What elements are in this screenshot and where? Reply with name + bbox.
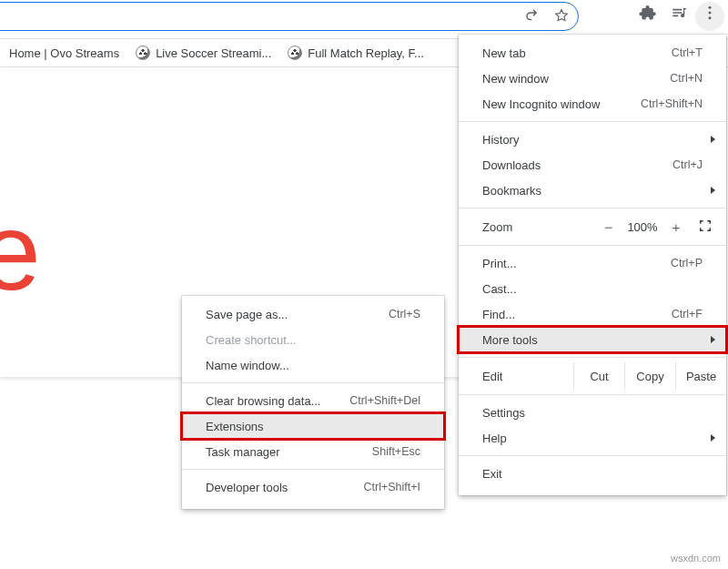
- menu-more-tools[interactable]: More tools: [459, 327, 726, 352]
- menu-exit[interactable]: Exit: [459, 461, 726, 486]
- menu-edit-row: Edit Cut Copy Paste: [459, 362, 726, 390]
- bookmark-item[interactable]: Home | Ovo Streams: [9, 46, 119, 60]
- submenu-extensions[interactable]: Extensions: [182, 413, 444, 439]
- submenu-developer-tools[interactable]: Developer tools Ctrl+Shift+I: [182, 474, 444, 500]
- submenu-clear-browsing-data[interactable]: Clear browsing data... Ctrl+Shift+Del: [182, 388, 444, 413]
- menu-label: New window: [482, 72, 670, 86]
- bookmark-label: Full Match Replay, F...: [308, 46, 424, 60]
- submenu-arrow-icon: [711, 434, 715, 442]
- bookmark-label: Home | Ovo Streams: [9, 46, 119, 60]
- submenu-arrow-icon: [711, 187, 715, 194]
- menu-label: Name window...: [206, 359, 420, 372]
- svg-text:e: e: [0, 200, 36, 312]
- menu-print[interactable]: Print... Ctrl+P: [459, 250, 726, 276]
- menu-new-window[interactable]: New window Ctrl+N: [459, 66, 726, 91]
- svg-point-2: [709, 16, 712, 19]
- copy-button[interactable]: Copy: [624, 362, 675, 390]
- edit-label: Edit: [459, 362, 573, 390]
- menu-shortcut: Ctrl+T: [672, 46, 703, 59]
- menu-separator: [459, 208, 726, 208]
- zoom-label: Zoom: [482, 220, 595, 234]
- submenu-name-window[interactable]: Name window...: [182, 352, 444, 378]
- menu-shortcut: Ctrl+S: [389, 308, 420, 320]
- menu-label: Exit: [482, 467, 703, 481]
- more-tools-submenu: Save page as... Ctrl+S Create shortcut..…: [182, 296, 444, 509]
- menu-separator: [459, 121, 726, 122]
- menu-label: Developer tools: [206, 481, 363, 494]
- menu-shortcut: Ctrl+Shift+N: [641, 97, 703, 110]
- menu-label: Cast...: [482, 282, 703, 296]
- svg-point-1: [709, 12, 712, 15]
- menu-shortcut: Ctrl+F: [672, 308, 703, 320]
- menu-shortcut: Ctrl+Shift+I: [363, 481, 420, 493]
- submenu-arrow-icon: [711, 336, 715, 343]
- submenu-save-page[interactable]: Save page as... Ctrl+S: [182, 301, 444, 327]
- submenu-arrow-icon: [711, 136, 715, 143]
- bookmark-item[interactable]: Full Match Replay, F...: [288, 46, 424, 60]
- media-control-icon[interactable]: [670, 4, 688, 22]
- menu-label: Find...: [482, 308, 672, 321]
- menu-find[interactable]: Find... Ctrl+F: [459, 301, 726, 327]
- menu-downloads[interactable]: Downloads Ctrl+J: [459, 152, 726, 178]
- soccer-icon: [288, 46, 302, 60]
- menu-shortcut: Shift+Esc: [372, 445, 420, 458]
- menu-new-tab[interactable]: New tab Ctrl+T: [459, 40, 726, 66]
- menu-label: Settings: [482, 406, 703, 420]
- soccer-icon: [136, 46, 150, 60]
- menu-label: Help: [482, 432, 703, 445]
- menu-label: More tools: [482, 333, 703, 347]
- menu-shortcut: Ctrl+P: [671, 257, 703, 269]
- menu-label: Extensions: [206, 420, 420, 433]
- menu-zoom-row: Zoom − 100% +: [459, 213, 726, 240]
- menu-label: Save page as...: [206, 308, 389, 321]
- menu-shortcut: Ctrl+N: [670, 72, 703, 85]
- omnibox[interactable]: [0, 2, 579, 31]
- watermark: wsxdn.com: [671, 553, 721, 564]
- share-icon[interactable]: [523, 6, 541, 25]
- submenu-task-manager[interactable]: Task manager Shift+Esc: [182, 439, 444, 464]
- menu-new-incognito[interactable]: New Incognito window Ctrl+Shift+N: [459, 91, 726, 117]
- menu-label: Downloads: [482, 158, 672, 172]
- menu-shortcut: Ctrl+Shift+Del: [349, 394, 420, 407]
- menu-separator: [459, 245, 726, 246]
- menu-separator: [182, 469, 444, 470]
- bookmark-item[interactable]: Live Soccer Streami...: [136, 46, 271, 60]
- menu-label: Bookmarks: [482, 184, 703, 198]
- kebab-menu-icon[interactable]: [701, 4, 719, 22]
- cut-button[interactable]: Cut: [573, 362, 624, 390]
- bookmark-label: Live Soccer Streami...: [156, 46, 271, 60]
- menu-help[interactable]: Help: [459, 425, 726, 451]
- menu-label: Task manager: [206, 445, 372, 459]
- menu-shortcut: Ctrl+J: [672, 158, 703, 171]
- menu-label: New tab: [482, 46, 672, 60]
- google-logo-fragment: g l e: [0, 200, 164, 346]
- menu-label: Print...: [482, 257, 671, 270]
- star-icon[interactable]: [552, 6, 571, 25]
- menu-label: History: [482, 133, 703, 147]
- zoom-percent: 100%: [622, 220, 662, 234]
- menu-label: Create shortcut...: [206, 333, 420, 347]
- menu-separator: [459, 394, 726, 395]
- zoom-out-button[interactable]: −: [595, 219, 622, 235]
- svg-point-0: [709, 6, 712, 9]
- menu-settings[interactable]: Settings: [459, 400, 726, 425]
- submenu-create-shortcut[interactable]: Create shortcut...: [182, 327, 444, 352]
- menu-cast[interactable]: Cast...: [459, 276, 726, 301]
- fullscreen-icon[interactable]: [697, 218, 713, 237]
- menu-label: New Incognito window: [482, 97, 641, 111]
- menu-separator: [182, 382, 444, 383]
- chrome-main-menu: New tab Ctrl+T New window Ctrl+N New Inc…: [459, 35, 726, 495]
- menu-history[interactable]: History: [459, 127, 726, 152]
- paste-button[interactable]: Paste: [675, 362, 726, 390]
- extensions-icon[interactable]: [639, 4, 657, 22]
- menu-separator: [459, 357, 726, 358]
- zoom-in-button[interactable]: +: [662, 219, 690, 235]
- browser-toolbar: [0, 2, 728, 36]
- menu-bookmarks[interactable]: Bookmarks: [459, 178, 726, 203]
- menu-label: Clear browsing data...: [206, 394, 349, 408]
- menu-separator: [459, 455, 726, 456]
